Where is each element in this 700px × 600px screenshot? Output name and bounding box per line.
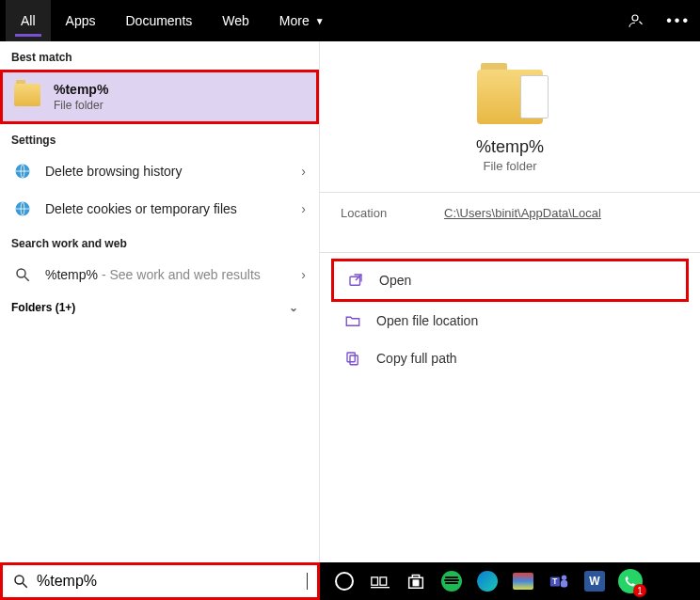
action-label: Open [379, 273, 411, 288]
task-view-button[interactable] [365, 566, 395, 596]
action-copy-full-path[interactable]: Copy full path [331, 339, 689, 377]
folder-open-icon [342, 310, 363, 331]
svg-rect-10 [372, 577, 378, 585]
tab-more-label: More [279, 13, 310, 28]
svg-rect-16 [416, 583, 418, 585]
chevron-right-icon: › [301, 164, 306, 179]
action-open[interactable]: Open [331, 259, 689, 302]
action-label: Open file location [376, 313, 478, 328]
svg-rect-15 [413, 583, 415, 585]
text-cursor [307, 573, 308, 590]
web-result-suffix: - See work and web results [98, 267, 261, 282]
microsoft-store-button[interactable] [401, 566, 431, 596]
folders-group[interactable]: Folders (1+) ⌄ [0, 293, 319, 322]
svg-line-9 [23, 583, 27, 588]
teams-button[interactable]: T [544, 566, 574, 596]
best-match-subtitle: File folder [54, 99, 108, 112]
results-list: Best match %temp% File folder Settings D… [0, 41, 320, 562]
cortana-button[interactable] [329, 566, 359, 596]
tab-more[interactable]: More ▼ [264, 0, 340, 41]
tab-all[interactable]: All [6, 0, 51, 41]
svg-rect-11 [380, 577, 387, 585]
search-filter-tabs: All Apps Documents Web More ▼ ••• [0, 0, 700, 41]
open-icon [345, 270, 366, 291]
svg-rect-14 [416, 580, 418, 582]
best-match-result[interactable]: %temp% File folder [0, 70, 319, 124]
word-button[interactable]: W [580, 566, 610, 596]
svg-rect-13 [413, 580, 415, 582]
location-label: Location [341, 206, 444, 220]
chevron-right-icon: › [301, 201, 306, 216]
svg-line-4 [24, 276, 29, 281]
tab-web[interactable]: Web [207, 0, 264, 41]
more-options-icon[interactable]: ••• [666, 12, 691, 29]
svg-rect-6 [350, 355, 358, 365]
search-input[interactable] [37, 573, 305, 590]
settings-item-delete-cookies[interactable]: Delete cookies or temporary files › [0, 190, 319, 228]
feedback-icon[interactable] [627, 12, 644, 29]
svg-rect-20 [561, 580, 567, 587]
copy-icon [342, 348, 363, 369]
tab-apps[interactable]: Apps [51, 0, 111, 41]
svg-rect-7 [347, 353, 355, 362]
preview-title: %temp% [476, 137, 544, 157]
location-value[interactable]: C:\Users\binit\AppData\Local [444, 206, 601, 220]
chevron-down-icon: ▼ [315, 16, 325, 26]
svg-point-19 [562, 576, 567, 581]
folder-icon [477, 70, 543, 124]
tab-documents[interactable]: Documents [110, 0, 207, 41]
spotify-button[interactable] [437, 566, 467, 596]
whatsapp-button[interactable]: 1 [615, 566, 645, 596]
best-match-title: %temp% [54, 82, 108, 97]
globe-history-icon [13, 162, 32, 181]
svg-text:T: T [552, 577, 557, 586]
action-open-file-location[interactable]: Open file location [331, 302, 689, 339]
settings-item-label: Delete cookies or temporary files [45, 201, 237, 216]
folder-icon [14, 84, 44, 110]
preview-subtitle: File folder [483, 159, 536, 173]
chevron-down-icon: ⌄ [289, 301, 298, 314]
svg-point-0 [632, 15, 638, 21]
taskbar: T W 1 [320, 562, 700, 600]
search-icon [13, 265, 32, 284]
settings-item-delete-history[interactable]: Delete browsing history › [0, 152, 319, 190]
svg-point-8 [15, 576, 24, 584]
chevron-right-icon: › [301, 267, 306, 282]
edge-button[interactable] [472, 566, 502, 596]
web-search-result[interactable]: %temp% - See work and web results › [0, 256, 319, 293]
globe-cookies-icon [13, 199, 32, 218]
notification-badge: 1 [633, 584, 646, 597]
preview-pane: %temp% File folder Location C:\Users\bin… [320, 41, 700, 562]
best-match-heading: Best match [0, 41, 319, 70]
settings-item-label: Delete browsing history [45, 164, 183, 179]
search-web-heading: Search work and web [0, 228, 319, 256]
web-result-term: %temp% [45, 267, 98, 282]
location-row: Location C:\Users\binit\AppData\Local [320, 193, 700, 233]
search-input-container[interactable] [0, 562, 320, 600]
svg-point-3 [17, 269, 25, 277]
settings-heading: Settings [0, 124, 319, 152]
folders-label: Folders (1+) [11, 301, 75, 314]
action-label: Copy full path [376, 351, 457, 366]
search-icon [12, 573, 29, 590]
paint-button[interactable] [508, 566, 538, 596]
